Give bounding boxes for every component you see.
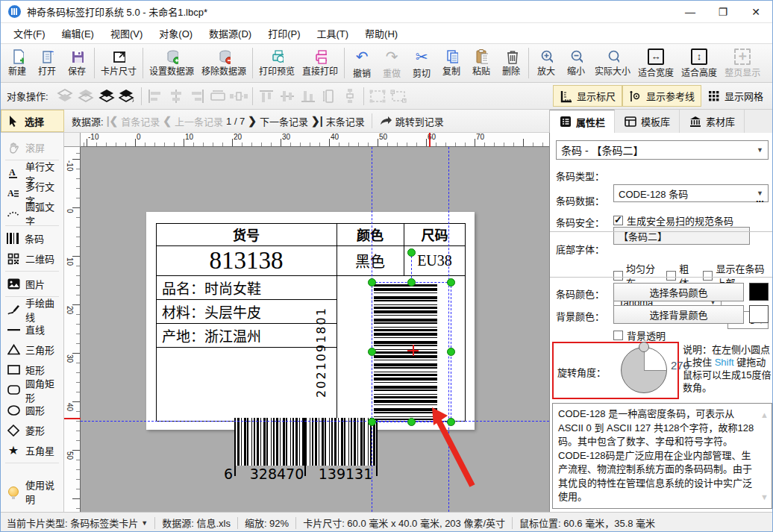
bold-checkbox[interactable] (666, 271, 676, 281)
rotation-dial[interactable] (621, 347, 667, 393)
tool-line[interactable]: 直线 (1, 319, 63, 339)
copy-button[interactable]: 复制 (436, 44, 466, 82)
actual-size-button[interactable]: 实际大小 (591, 44, 634, 82)
tool-arc-text[interactable]: 圆弧文字 (1, 203, 63, 223)
selection-handle-sw[interactable] (368, 418, 376, 426)
tool-diamond[interactable]: 菱形 (1, 420, 63, 440)
horizontal-guideline[interactable] (81, 421, 549, 422)
barcode-data-field[interactable]: 【条码二】 (613, 227, 750, 245)
show-ruler-toggle[interactable]: 显示标尺 (553, 85, 622, 107)
jump-record-button[interactable]: 跳转到记录 (395, 114, 444, 128)
selection-handle-n[interactable] (407, 278, 416, 287)
origin-text[interactable]: 产地：浙江温州 (156, 323, 337, 347)
show-guides-toggle[interactable]: 显示参考线 (622, 85, 701, 107)
open-button[interactable]: 打开 (32, 44, 62, 82)
menu-file[interactable]: 文件(F) (5, 23, 54, 43)
product-name-text[interactable]: 品名：时尚女鞋 (156, 275, 337, 299)
group-icon[interactable] (368, 87, 387, 105)
maximize-button[interactable]: ❐ (707, 1, 739, 22)
menu-datasource[interactable]: 数据源(D) (201, 23, 260, 43)
menu-print[interactable]: 打印(P) (260, 23, 308, 43)
pick-barcode-color-button[interactable]: 选择条码颜色 (613, 283, 744, 301)
undo-button[interactable]: ↶ 撤销 (347, 44, 377, 82)
barcode-data-more-button[interactable]: ... (756, 190, 764, 207)
close-button[interactable]: ✕ (739, 1, 772, 22)
scroll-up-icon[interactable]: ▲ (760, 408, 769, 422)
barcode-color-swatch[interactable] (749, 283, 769, 301)
ean-barcode[interactable] (234, 418, 378, 466)
selection-handle-ne[interactable] (447, 278, 455, 287)
bring-to-front-icon[interactable] (97, 87, 116, 105)
selection-handle-s[interactable] (407, 418, 416, 426)
card-type-status[interactable]: 当前卡片类型: 条码标签类卡片 (7, 516, 138, 530)
show-top-checkbox[interactable] (703, 271, 713, 281)
prev-record-button[interactable]: 上一条记录 (175, 114, 223, 128)
rotation-dial-handle[interactable] (639, 342, 649, 352)
last-record-button[interactable]: 末条记录 (326, 114, 365, 128)
col-header-color[interactable]: 颜色 (337, 223, 404, 245)
color-value-text[interactable]: 黑色 (337, 245, 404, 275)
selection-handle-nw[interactable] (368, 278, 376, 287)
save-button[interactable]: 保存 (62, 44, 92, 82)
tool-image[interactable]: 图片 (1, 274, 63, 294)
material-text[interactable]: 材料：头层牛皮 (156, 299, 337, 323)
redo-button[interactable]: ↷ 重做 (377, 44, 407, 82)
align-right-icon[interactable] (187, 87, 207, 105)
zoom-out-button[interactable]: 缩小 (561, 44, 591, 82)
help-button[interactable]: 使用说明 (1, 481, 63, 501)
fit-width-button[interactable]: ↔ 适合宽度 (634, 44, 677, 82)
vertical-ruler[interactable]: -10 0 10 20 30 40 50 (64, 147, 81, 512)
item-number-text[interactable]: 813138 (156, 245, 337, 275)
remove-datasource-button[interactable]: 移除数据源 (198, 44, 250, 82)
safe-barcode-checkbox[interactable] (613, 216, 623, 225)
menu-object[interactable]: 对象(O) (151, 23, 201, 43)
align-center-icon[interactable] (166, 87, 186, 105)
minimize-button[interactable]: — (674, 1, 707, 22)
send-backward-icon[interactable] (76, 87, 96, 105)
same-width-icon[interactable] (208, 87, 228, 105)
tool-qrcode[interactable]: 二维码 (1, 248, 63, 269)
h-spacing-icon[interactable] (229, 87, 248, 105)
tool-circle[interactable]: 圆形 (1, 400, 63, 420)
col-header-size[interactable]: 尺码 (404, 223, 466, 245)
menu-view[interactable]: 视图(V) (102, 23, 151, 43)
tab-templates[interactable]: 模板库 (615, 110, 680, 133)
align-left-icon[interactable] (145, 87, 165, 105)
selection-handle-w[interactable] (368, 348, 376, 356)
horizontal-ruler[interactable]: -10 0 10 20 30 40 50 60 70 (81, 133, 549, 147)
select-tool-button[interactable]: 选择 (1, 110, 64, 132)
menu-tools[interactable]: 工具(T) (308, 23, 357, 43)
rotation-handle[interactable] (407, 248, 416, 257)
bring-forward-icon[interactable] (55, 87, 75, 105)
whole-page-button[interactable]: ✛ 整页显示 (721, 44, 764, 82)
bg-color-swatch[interactable] (749, 305, 769, 323)
direct-print-button[interactable]: 直接打印 (298, 44, 342, 82)
selection-handle-se[interactable] (447, 418, 455, 426)
tab-materials[interactable]: 素材库 (680, 110, 745, 133)
tool-round-rect[interactable]: 圆角矩形 (1, 380, 63, 400)
barcode-type-dropdown[interactable]: CODE-128 条码 ▼ (613, 184, 769, 202)
design-canvas[interactable]: 货号 颜色 尺码 813138 黑色 EU38 品名：时尚女鞋 材料：头层牛皮 … (81, 147, 549, 512)
delete-button[interactable]: 删除 (496, 44, 526, 82)
scroll-down-icon[interactable]: ▼ (760, 490, 769, 504)
tool-scroll[interactable]: 滚屏 (1, 137, 63, 157)
fit-height-button[interactable]: ↕ 适合高度 (677, 44, 721, 82)
align-bottom-icon[interactable] (298, 87, 318, 105)
ungroup-icon[interactable] (389, 87, 408, 105)
tool-triangle[interactable]: 三角形 (1, 339, 63, 360)
paste-button[interactable]: 粘贴 (466, 44, 496, 82)
menu-help[interactable]: 帮助(H) (357, 23, 406, 43)
even-distribute-checkbox[interactable] (613, 271, 623, 281)
tool-freehand[interactable]: 手绘曲线 (1, 299, 63, 319)
show-grid-toggle[interactable]: 显示网格 (701, 86, 769, 106)
tab-properties[interactable]: 属性栏 (550, 110, 615, 133)
print-preview-button[interactable]: 打印预览 (255, 44, 298, 82)
pick-bg-color-button[interactable]: 选择背景颜色 (613, 305, 744, 324)
object-selector-dropdown[interactable]: 条码 - 【条码二】 ▼ (556, 140, 769, 160)
menu-edit[interactable]: 编辑(E) (54, 23, 102, 43)
tool-barcode[interactable]: 条码 (1, 228, 63, 248)
align-top-icon[interactable] (257, 87, 276, 105)
next-record-button[interactable]: 下一条记录 (260, 114, 308, 128)
send-to-back-icon[interactable] (118, 87, 137, 105)
set-datasource-button[interactable]: 设置数据源 (145, 44, 198, 82)
